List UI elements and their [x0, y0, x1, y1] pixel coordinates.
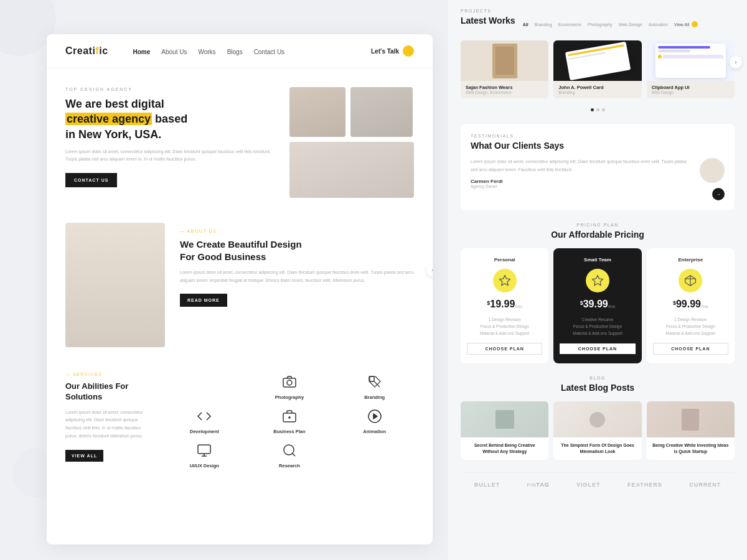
blog-cards: Secret Behind Being Creative Without Any… [461, 401, 735, 460]
hero-images [289, 87, 414, 198]
blog-title-2: The Simplest Form Of Design Goes Minimal… [558, 442, 636, 455]
pricing-price-enterprise: 99.99 [676, 299, 701, 310]
dot-2[interactable] [596, 108, 599, 111]
person-image-2 [350, 87, 413, 137]
nav-about[interactable]: About Us [161, 49, 187, 55]
navbar: Creatific Home About Us Works Blogs Cont… [47, 34, 433, 68]
project-thumb-1 [461, 40, 548, 81]
blog-card-3[interactable]: Being Creative While Investing Ideas is … [647, 401, 735, 460]
pricing-cta-enterprise[interactable]: CHOOSE PLAN [653, 343, 728, 355]
projects-header-row: Latest Works All Branding Ecommerce Phot… [461, 16, 735, 33]
hero-text: TOP DESIGN AGENCY We are best digital cr… [65, 87, 280, 198]
blog-info-1: Secret Behind Being Creative Without Any… [461, 437, 548, 460]
nav-home[interactable]: Home [133, 49, 151, 55]
dot-1[interactable] [591, 108, 594, 111]
app-ui-dot [658, 55, 662, 58]
projects-view-all[interactable]: View All [674, 21, 698, 27]
service-photography-label: Photography [275, 394, 304, 400]
right-panel-scroll-arrow[interactable]: › [730, 56, 742, 68]
about-section: — ABOUT US We Create Beautiful Design Fo… [47, 210, 433, 360]
testimonials-label: TESTIMONIALS [471, 134, 725, 138]
nav-works[interactable]: Works [198, 49, 215, 55]
project-card-2[interactable]: John A. Powell Card Branding [553, 40, 641, 98]
nav-links: Home About Us Works Blogs Contact Us [133, 45, 285, 57]
services-grid: Photography Branding De [165, 372, 414, 469]
project-info-1: Sajan Fashion Wears Web Design, Ecommerc… [461, 81, 548, 98]
nav-blogs[interactable]: Blogs [227, 49, 243, 55]
service-animation-label: Animation [363, 429, 386, 434]
services-title: Our Abilities For Solutions [65, 381, 153, 403]
pricing-features-team: Creative Resume Focus & Productive Desig… [560, 317, 635, 335]
hero-cta-button[interactable]: CONTACT US [65, 173, 117, 187]
blog-title-1: Secret Behind Being Creative Without Any… [466, 442, 543, 455]
testimonial-avatar [700, 158, 725, 183]
pricing-plan-name-team: Small Team [560, 257, 635, 263]
about-read-more-button[interactable]: READ MORE [180, 294, 227, 307]
pricing-feature-t-3: Material & Add-ons Support [560, 331, 635, 335]
brand-5: CURRENT [689, 482, 721, 488]
pricing-feature-p-3: Material & Add-ons Support [467, 331, 542, 335]
blog-title: Latest Blog Posts [461, 383, 735, 393]
pricing-features-enterprise: 1 Design Revision Focus & Productive Des… [653, 317, 728, 335]
search-icon [280, 441, 299, 460]
service-research: Research [250, 441, 329, 469]
blog-info-2: The Simplest Form Of Design Goes Minimal… [553, 437, 641, 460]
project-name-3: Clipboard App UI [652, 85, 730, 90]
blog-card-2[interactable]: The Simplest Form Of Design Goes Minimal… [553, 401, 641, 460]
pricing-period-personal: /mo [515, 304, 522, 309]
blog-info-3: Being Creative While Investing Ideas is … [647, 437, 735, 460]
pricing-feature-e-2: Focus & Productive Design [653, 324, 728, 329]
about-description: Lorem ipsum dolor sit amet, consectetur … [180, 269, 414, 284]
hero-image-1 [289, 87, 345, 137]
service-uiux: UI/UX Design [165, 441, 244, 469]
monitor-icon [194, 441, 214, 460]
services-description: Lorem ipsum dolor sit amet, consectetur … [65, 409, 153, 440]
cta-dot [403, 45, 414, 57]
pricing-period-enterprise: /mo [701, 304, 708, 309]
nav-cta-button[interactable]: Let's Talk [371, 45, 414, 57]
testimonial-next-button[interactable]: → [712, 188, 725, 200]
projects-grid: Sajan Fashion Wears Web Design, Ecommerc… [461, 40, 735, 98]
services-text: — SERVICES Our Abilities For Solutions L… [65, 372, 153, 469]
pricing-section: PRICING PLAN Our Affordable Pricing Pers… [461, 223, 735, 363]
filter-animation[interactable]: Animation [649, 22, 668, 27]
pricing-feature-e-3: Material & Add-ons Support [653, 331, 728, 335]
pricing-cta-personal[interactable]: CHOOSE PLAN [467, 343, 542, 355]
project-card-3[interactable]: Clipboard App UI Web Design [647, 40, 735, 98]
svg-rect-7 [198, 445, 210, 454]
business-card-sim [565, 42, 630, 80]
svg-marker-12 [499, 276, 510, 286]
hero-image-3 [289, 142, 414, 198]
about-image [65, 223, 165, 347]
project-type-3: Web Design [652, 90, 730, 95]
testimonial-quote: Lorem ipsum dolor sit amet, consectetur … [471, 158, 691, 174]
projects-section: PROJECTS Latest Works All Branding Ecomm… [461, 9, 735, 111]
pricing-feature-e-1: 1 Design Revision [653, 317, 728, 322]
pricing-cta-team[interactable]: CHOOSE PLAN [560, 343, 635, 354]
filter-webdesign[interactable]: Web Design [619, 22, 642, 27]
left-panel: Creatific Home About Us Works Blogs Cont… [47, 34, 433, 544]
woman-writing-image [65, 223, 165, 347]
filter-ecommerce[interactable]: Ecommerce [558, 22, 581, 27]
blog-card-1[interactable]: Secret Behind Being Creative Without Any… [461, 401, 548, 460]
svg-rect-0 [283, 378, 296, 387]
project-card-1[interactable]: Sajan Fashion Wears Web Design, Ecommerc… [461, 40, 548, 98]
services-view-all-button[interactable]: VIEW ALL [65, 450, 103, 462]
tag-icon [365, 372, 385, 392]
service-photography: Photography [250, 372, 329, 400]
services-label: — SERVICES [65, 372, 153, 376]
service-business-plan: Business Plan [250, 406, 329, 434]
pricing-icon-team [586, 269, 609, 292]
filter-photography[interactable]: Photography [588, 22, 613, 27]
nav-contact[interactable]: Contact Us [254, 49, 284, 55]
dot-3[interactable] [602, 108, 605, 111]
pricing-label: PRICING PLAN [461, 223, 735, 227]
pricing-card-team: Small Team $ 39.99 /mo Creative Resume F… [553, 248, 641, 363]
blog-label: BLOG [461, 376, 735, 380]
filter-all[interactable]: All [523, 22, 529, 27]
brands-section: BULLET PinTAG VIOLET FEATHERS CURRENT [461, 472, 735, 497]
brand-2: PinTAG [527, 482, 550, 488]
about-title: We Create Beautiful Design For Good Busi… [180, 238, 414, 263]
hero-title: We are best digital creative agency base… [65, 96, 280, 142]
filter-branding[interactable]: Branding [535, 22, 552, 27]
